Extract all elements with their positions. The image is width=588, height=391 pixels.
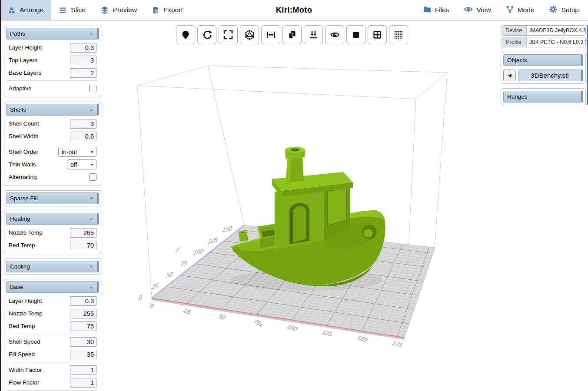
tab-label: Export (163, 6, 183, 14)
folder-icon (423, 5, 432, 15)
duplicate-button[interactable] (282, 25, 302, 44)
profile-label: Profile (501, 37, 527, 47)
bed-temp-input[interactable] (70, 241, 96, 250)
collapse-icon: ▲ (89, 285, 93, 289)
adaptive-checkbox[interactable] (89, 85, 96, 92)
menu-view[interactable]: View (458, 0, 496, 20)
menu-files[interactable]: Files (417, 0, 455, 20)
setting-row-thin-walls: Thin Wallsoff▾ (7, 158, 98, 171)
layer-height-input[interactable] (70, 43, 96, 53)
setting-label: Top Layers (9, 57, 37, 63)
tab-label: Slice (71, 6, 86, 14)
tab-preview[interactable]: Preview (93, 0, 144, 20)
collapse-icon: ▲ (89, 107, 93, 112)
solid-square-button[interactable] (346, 25, 365, 44)
panel-title: Heating (10, 215, 30, 222)
panel-header-cooling[interactable]: Cooling▼ (6, 261, 99, 272)
nozzle-temp-input[interactable] (70, 309, 96, 318)
svg-text:125: 125 (207, 236, 219, 245)
setting-row-fill-speed: Fill Speed (7, 348, 98, 361)
setting-row-shell-count: Shell Count (7, 117, 98, 130)
tab-slice[interactable]: Slice (51, 0, 93, 20)
menu-label: Setup (561, 6, 579, 14)
panel-header-heating[interactable]: Heating▲ (6, 213, 99, 225)
gear-icon (549, 5, 558, 15)
width-factor-input[interactable] (70, 365, 96, 375)
setting-row-nozzle-temp: Nozzle Temp (7, 226, 98, 239)
panel-header-sparse-fill[interactable]: Sparse Fill▼ (6, 192, 99, 204)
scale-button[interactable] (219, 25, 238, 44)
ranges-panel-header[interactable]: Ranges (503, 91, 583, 103)
setting-label: Nozzle Temp (9, 310, 43, 317)
pin-button[interactable] (176, 25, 195, 44)
objects-panel-header[interactable]: Objects (503, 54, 583, 66)
setting-label: Layer Height (9, 44, 42, 51)
mirror-polyhedron-button[interactable] (240, 25, 259, 44)
panel-title: Shells (10, 106, 26, 113)
thin-walls-select[interactable]: off▾ (67, 159, 96, 169)
setting-label: Adaptive (9, 85, 32, 92)
size-button[interactable] (261, 25, 280, 44)
panel-header-shells[interactable]: Shells▲ (6, 104, 99, 116)
device-value: IMADE3D.JellyBOX.4.N0. (527, 26, 585, 35)
panel-header-paths[interactable]: Paths▲ (6, 28, 99, 40)
svg-text:y: y (175, 245, 180, 252)
grid-button[interactable] (368, 25, 387, 44)
shell-speed-input[interactable] (70, 337, 96, 347)
setting-label: Width Factor (9, 367, 42, 373)
profile-value: JB4 PETG - N0.6 L0.3 T2 (527, 37, 585, 47)
svg-text:125: 125 (321, 329, 333, 338)
panel-header-base[interactable]: Base▲ (6, 281, 99, 293)
drop-flat-button[interactable] (304, 25, 323, 44)
tab-export[interactable]: Export (144, 0, 190, 20)
shell-order-select[interactable]: in-out▾ (58, 147, 96, 157)
shell-count-input[interactable] (70, 119, 96, 129)
flow-factor-input[interactable] (70, 378, 96, 388)
base-layers-input[interactable] (70, 68, 96, 78)
menu-mode[interactable]: Mode (500, 0, 540, 20)
object-item-button[interactable]: 3DBenchy.stl (518, 70, 583, 81)
layer-height-input[interactable] (70, 296, 96, 306)
dot-pattern-button[interactable] (389, 25, 408, 44)
visibility-button[interactable] (325, 25, 344, 44)
object-collapse-button[interactable]: ◀ (503, 70, 516, 81)
expand-icon: ▼ (89, 264, 93, 269)
mirror-polyhedron-icon (245, 30, 255, 40)
divider (7, 362, 98, 362)
right-panel: Device IMADE3D.JellyBOX.4.N0. Profile JB… (501, 25, 586, 105)
fill-speed-input[interactable] (70, 350, 96, 359)
solid-square-icon (351, 30, 361, 40)
panel-cooling: Cooling▼ (4, 258, 101, 275)
rotate-icon (202, 30, 212, 40)
chevron-down-icon: ▾ (91, 149, 93, 154)
device-selector[interactable]: Device IMADE3D.JellyBOX.4.N0. (501, 25, 586, 36)
rotate-button[interactable] (197, 25, 216, 44)
nozzle-temp-input[interactable] (70, 228, 96, 238)
panel-rows: Layer HeightTop LayersBase LayersAdaptiv… (6, 40, 99, 95)
scale-icon (223, 30, 233, 40)
panel-rows: Nozzle TempBed Temp (6, 225, 99, 252)
bed-temp-input[interactable] (70, 321, 96, 331)
profile-selector[interactable]: Profile JB4 PETG - N0.6 L0.3 T2 (501, 37, 586, 47)
setting-row-bed-temp: Bed Temp (7, 320, 98, 332)
collapse-icon: ▲ (89, 31, 93, 36)
ranges-panel: Ranges (501, 88, 586, 105)
alternating-checkbox[interactable] (89, 173, 96, 181)
panel-shells: Shells▲Shell CountShell WidthShell Order… (4, 102, 101, 186)
shell-width-input[interactable] (70, 132, 96, 141)
svg-text:150: 150 (222, 225, 233, 234)
object-name: 3DBenchy.stl (531, 72, 568, 79)
top-menubar: ArrangeSlicePreviewExport Kiri:Moto File… (0, 0, 588, 20)
arrange-shapes-icon (7, 6, 16, 14)
menu-setup[interactable]: Setup (543, 0, 585, 20)
setting-label: Layer Height (9, 298, 42, 304)
objects-panel: Objects ◀ 3DBenchy.stl (501, 52, 586, 84)
eye-icon (464, 5, 473, 15)
setting-row-layer-height: Layer Height (7, 41, 98, 54)
svg-text:50: 50 (217, 313, 227, 321)
divider (7, 144, 98, 144)
top-layers-input[interactable] (70, 56, 96, 65)
tab-arrange[interactable]: Arrange (0, 0, 51, 20)
svg-text:100: 100 (286, 324, 299, 332)
menu-label: Files (435, 6, 449, 14)
